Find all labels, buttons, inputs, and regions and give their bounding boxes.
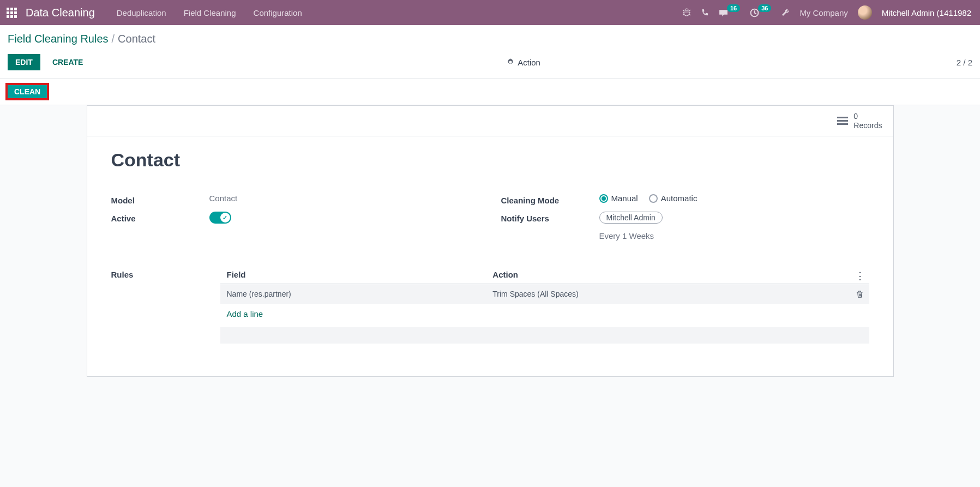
table-row[interactable]: Name (res.partner) Trim Spaces (All Spac… [220,284,869,304]
tools-icon[interactable] [781,8,790,17]
nav-configuration[interactable]: Configuration [254,8,302,17]
edit-button[interactable]: EDIT [8,54,40,70]
rules-table: Field Action ⋮ Name (res.partner) Trim S… [220,266,869,344]
notify-user-tag[interactable]: Mitchell Admin [599,212,663,224]
breadcrumb-separator: / [112,33,115,45]
topbar-right: 16 36 My Company Mitchell Admin (1411982 [682,5,976,20]
apps-icon[interactable] [4,8,23,18]
label-active: Active [111,212,209,223]
action-dropdown[interactable]: Action [507,58,540,67]
create-button[interactable]: CREATE [45,54,91,70]
radio-manual-label: Manual [611,194,638,203]
status-bar: CLEAN [0,79,980,105]
radio-automatic[interactable]: Automatic [649,194,698,203]
rules-header-field[interactable]: Field [220,270,493,279]
clean-button[interactable]: CLEAN [5,83,49,100]
records-stat-button[interactable]: 0 Records [837,112,882,130]
messaging-badge: 16 [727,4,740,12]
avatar[interactable] [858,5,872,20]
label-cleaning-mode: Cleaning Mode [501,194,599,205]
cleaning-mode-radio-group: Manual Automatic [599,194,869,203]
label-notify-users: Notify Users [501,212,599,223]
record-title: Contact [111,149,869,171]
records-label: Records [853,121,882,130]
nav-deduplication[interactable]: Deduplication [117,8,166,17]
rule-action-cell: Trim Spaces (All Spaces) [492,290,869,298]
list-icon [837,117,848,125]
phone-icon[interactable] [701,9,709,17]
top-navbar: Data Cleaning Deduplication Field Cleani… [0,0,980,25]
label-model: Model [111,194,209,205]
notify-frequency: Every 1 Weeks [599,231,869,241]
rules-footer [220,327,869,344]
messaging-icon[interactable]: 16 [719,8,740,17]
radio-automatic-label: Automatic [661,194,698,203]
app-title[interactable]: Data Cleaning [23,7,106,19]
label-rules: Rules [111,266,220,344]
records-count: 0 [853,112,882,121]
trash-icon[interactable] [856,290,864,298]
breadcrumb-parent[interactable]: Field Cleaning Rules [8,33,109,45]
rules-header-action[interactable]: Action [492,270,869,279]
radio-dot-icon [599,194,608,203]
value-model: Contact [209,194,479,203]
rule-field-cell: Name (res.partner) [220,290,493,298]
active-toggle[interactable] [209,212,231,224]
form-view: 0 Records Contact Model Contact Active [0,105,980,377]
user-menu[interactable]: Mitchell Admin (1411982 [882,8,971,17]
columns-menu-icon[interactable]: ⋮ [855,270,865,282]
button-box: 0 Records [87,106,893,136]
top-nav: Deduplication Field Cleaning Configurati… [106,8,302,17]
radio-manual[interactable]: Manual [599,194,638,203]
add-line-link[interactable]: Add a line [220,304,869,324]
action-label: Action [518,58,540,67]
breadcrumb-bar: Field Cleaning Rules / Contact [0,25,980,49]
breadcrumb-current: Contact [118,33,155,45]
gear-icon [507,58,514,66]
pager[interactable]: 2 / 2 [957,58,972,67]
form-sheet: 0 Records Contact Model Contact Active [87,105,894,377]
radio-dot-icon [649,194,658,203]
activities-icon[interactable]: 36 [750,8,771,17]
activities-badge: 36 [758,4,771,12]
bug-icon[interactable] [682,8,691,17]
company-selector[interactable]: My Company [799,8,847,17]
control-panel: EDIT CREATE Action 2 / 2 [0,49,980,79]
nav-field-cleaning[interactable]: Field Cleaning [184,8,236,17]
breadcrumb: Field Cleaning Rules / Contact [8,33,972,45]
rules-header: Field Action ⋮ [220,266,869,284]
